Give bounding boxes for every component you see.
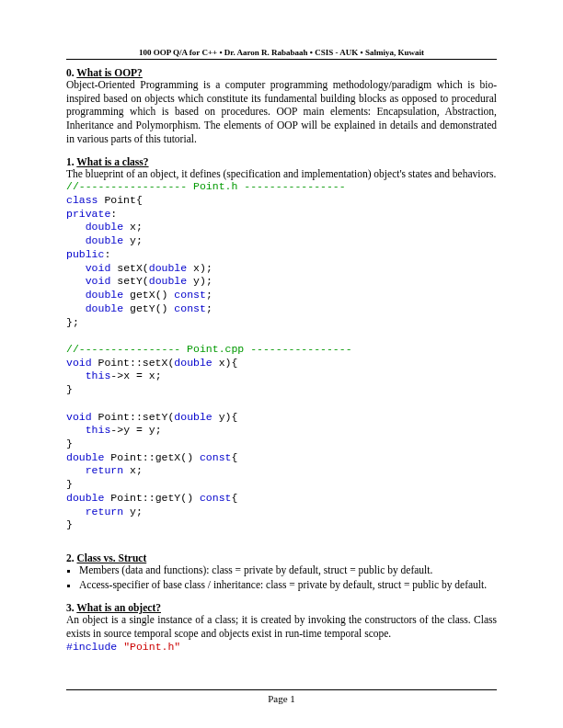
- section-0-para: Object-Oriented Programming is a compute…: [66, 78, 497, 146]
- code-kw: return: [86, 464, 123, 476]
- code-text: {: [231, 451, 237, 463]
- code-text: [66, 234, 86, 246]
- code-kw: return: [86, 506, 123, 518]
- section-0-title: What is OOP?: [76, 67, 143, 78]
- section-3-title: What is an object?: [76, 602, 161, 613]
- code-kw: this: [86, 370, 111, 381]
- code-text: y);: [187, 275, 213, 287]
- code-text: setY(: [110, 275, 148, 287]
- page-footer: Page 1: [66, 689, 497, 704]
- section-3-head: 3. What is an object?: [66, 602, 497, 613]
- code-text: }: [66, 438, 73, 449]
- code-text: [66, 464, 86, 476]
- code-text: }: [66, 518, 73, 530]
- code-text: x;: [123, 464, 143, 476]
- code-text: [66, 289, 86, 301]
- code-text: ->y = y;: [110, 424, 161, 436]
- section-2-num: 2.: [66, 552, 75, 563]
- code-text: Point::getY(): [104, 492, 200, 504]
- code-text: [66, 424, 86, 436]
- section-0-num: 0.: [66, 67, 75, 78]
- code-text: [66, 506, 86, 518]
- code-text: getY(): [123, 302, 174, 314]
- code-text: y;: [123, 234, 143, 246]
- code-block-point: //----------------- Point.h ------------…: [66, 180, 497, 532]
- code-kw: double: [86, 289, 123, 301]
- code-kw: const: [174, 302, 206, 314]
- code-kw: void: [86, 262, 111, 274]
- code-kw: this: [86, 424, 111, 436]
- code-text: y;: [123, 506, 143, 518]
- code-kw: double: [86, 234, 123, 246]
- code-kw: double: [66, 492, 104, 504]
- code-string: "Point.h": [123, 641, 180, 653]
- code-text: [66, 302, 86, 314]
- code-text: getX(): [123, 289, 174, 301]
- code-kw: public: [66, 248, 104, 260]
- code-kw: double: [174, 357, 212, 369]
- section-2-list: Members (data and functions): class = pr…: [79, 563, 497, 591]
- code-kw: class: [66, 194, 98, 206]
- section-1-para: The blueprint of an object, it defines (…: [66, 167, 497, 181]
- code-comment: //----------------- Point.h ------------…: [66, 180, 346, 192]
- section-2-title: Class vs. Struct: [77, 552, 147, 563]
- code-text: };: [66, 316, 79, 328]
- code-kw: double: [86, 302, 123, 314]
- code-kw: double: [174, 411, 212, 423]
- code-text: [66, 370, 86, 381]
- code-text: }: [66, 383, 73, 395]
- code-comment: //---------------- Point.cpp -----------…: [66, 343, 352, 355]
- code-text: x;: [123, 221, 143, 233]
- code-text: :: [104, 248, 110, 260]
- page-header: 100 OOP Q/A for C++ • Dr. Aaron R. Rabab…: [66, 48, 497, 60]
- list-item: Members (data and functions): class = pr…: [79, 563, 497, 577]
- code-text: }: [66, 478, 73, 490]
- code-text: y){: [213, 411, 238, 423]
- section-1-head: 1. What is a class?: [66, 156, 497, 167]
- section-2-head: 2. Class vs. Struct: [66, 552, 497, 563]
- code-kw: void: [66, 411, 92, 423]
- code-text: Point::setX(: [92, 357, 175, 369]
- code-text: [66, 221, 86, 233]
- code-text: :: [110, 208, 117, 220]
- section-3-num: 3.: [66, 602, 75, 613]
- code-kw: void: [66, 357, 92, 369]
- code-kw: double: [86, 221, 123, 233]
- code-text: ->x = x;: [110, 370, 161, 381]
- code-text: {: [231, 492, 237, 504]
- code-text: x);: [187, 262, 213, 274]
- section-3-para: An object is a single instance of a clas…: [66, 613, 497, 640]
- section-1-title: What is a class?: [76, 156, 148, 167]
- code-text: Point::getX(): [104, 451, 200, 463]
- code-kw: #include: [66, 641, 117, 653]
- code-kw: const: [200, 492, 232, 504]
- code-kw: private: [66, 208, 110, 220]
- code-text: setX(: [110, 262, 148, 274]
- code-text: Point{: [98, 194, 143, 206]
- code-block-include: #include "Point.h": [66, 641, 497, 654]
- code-text: [66, 275, 86, 287]
- code-text: x){: [213, 357, 238, 369]
- code-kw: double: [66, 451, 104, 463]
- code-kw: const: [200, 451, 232, 463]
- code-kw: const: [174, 289, 206, 301]
- list-item: Access-specifier of base class / inherit…: [79, 578, 497, 592]
- code-kw: double: [149, 262, 187, 274]
- code-text: [66, 262, 86, 274]
- section-1-num: 1.: [66, 156, 75, 167]
- code-text: ;: [206, 289, 213, 301]
- code-kw: void: [86, 275, 111, 287]
- section-0-head: 0. What is OOP?: [66, 67, 497, 78]
- code-text: Point::setY(: [92, 411, 175, 423]
- code-text: ;: [206, 302, 213, 314]
- code-kw: double: [149, 275, 187, 287]
